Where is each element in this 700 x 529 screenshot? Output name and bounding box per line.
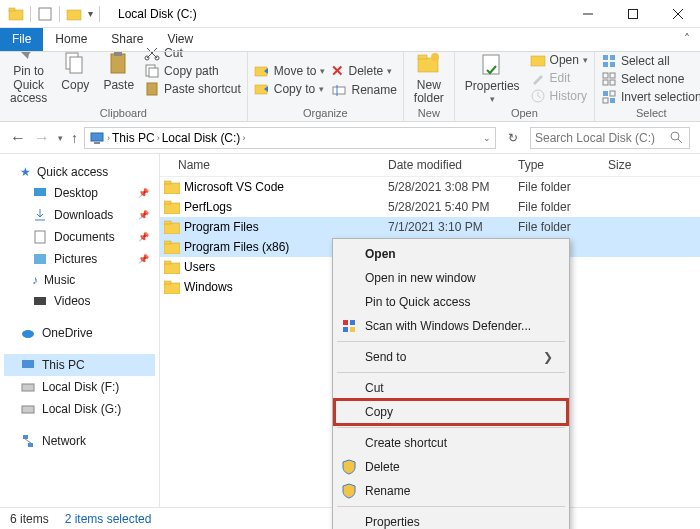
tab-share[interactable]: Share: [99, 28, 155, 51]
sidebar-videos[interactable]: Videos: [4, 290, 155, 312]
select-none-button[interactable]: Select none: [601, 71, 700, 87]
sidebar-disk-f[interactable]: Local Disk (F:): [4, 376, 155, 398]
shield-rename-icon: [341, 483, 357, 499]
select-all-button[interactable]: Select all: [601, 53, 700, 69]
pin-label: Pin to Quick access: [10, 65, 47, 105]
svg-point-23: [431, 53, 439, 61]
delete-icon: ✕: [331, 62, 344, 80]
cx-create-shortcut[interactable]: Create shortcut: [335, 431, 567, 455]
refresh-button[interactable]: ↻: [502, 131, 524, 145]
group-organize: Move to▾ Copy to▾ ✕Delete▾ Rename Organi…: [248, 52, 404, 121]
svg-rect-49: [22, 360, 34, 368]
file-date: 5/28/2021 5:40 PM: [388, 200, 518, 214]
paste-button[interactable]: Paste: [99, 51, 138, 92]
column-headers[interactable]: Name Date modified Type Size: [160, 154, 700, 177]
col-date[interactable]: Date modified: [388, 158, 518, 172]
file-name: Microsoft VS Code: [184, 180, 284, 194]
sidebar-onedrive[interactable]: OneDrive: [4, 322, 155, 344]
col-name[interactable]: Name: [178, 158, 388, 172]
delete-button[interactable]: ✕Delete▾: [331, 62, 396, 80]
cx-cut[interactable]: Cut: [335, 376, 567, 400]
properties-label: Properties: [465, 80, 520, 93]
sidebar-music[interactable]: ♪Music: [4, 270, 155, 290]
documents-icon: [32, 229, 48, 245]
sidebar-network[interactable]: Network: [4, 430, 155, 452]
maximize-button[interactable]: [610, 0, 655, 28]
close-button[interactable]: [655, 0, 700, 28]
sidebar-desktop[interactable]: Desktop📌: [4, 182, 155, 204]
status-item-count: 6 items: [10, 512, 49, 526]
breadcrumb[interactable]: › This PC › Local Disk (C:) › ⌄: [84, 127, 496, 149]
crumb-this-pc[interactable]: This PC: [112, 131, 155, 145]
edit-button[interactable]: Edit: [530, 70, 588, 86]
this-pc-icon: [20, 357, 36, 373]
crumb-current[interactable]: Local Disk (C:): [162, 131, 241, 145]
folder-icon: [164, 280, 180, 294]
cx-copy[interactable]: Copy: [335, 400, 567, 424]
minimize-button[interactable]: [565, 0, 610, 28]
col-size[interactable]: Size: [608, 158, 668, 172]
file-row[interactable]: PerfLogs5/28/2021 5:40 PMFile folder: [160, 197, 700, 217]
cx-open[interactable]: Open: [335, 242, 567, 266]
back-button[interactable]: ←: [10, 129, 26, 147]
rename-button[interactable]: Rename: [331, 82, 396, 98]
collapse-ribbon-icon[interactable]: ˄: [684, 32, 690, 46]
breadcrumb-dropdown[interactable]: ⌄: [483, 133, 491, 143]
properties-icon: [479, 52, 505, 78]
svg-rect-57: [164, 203, 180, 214]
svg-point-41: [671, 132, 679, 140]
file-row[interactable]: Microsoft VS Code5/28/2021 3:08 PMFile f…: [160, 177, 700, 197]
recent-dropdown[interactable]: ▾: [58, 133, 63, 143]
file-row[interactable]: Program Files7/1/2021 3:10 PMFile folder: [160, 217, 700, 237]
svg-rect-36: [610, 98, 615, 103]
open-icon: [530, 52, 546, 68]
up-button[interactable]: ↑: [71, 130, 78, 146]
move-to-button[interactable]: Move to▾: [254, 63, 326, 79]
rename-icon: [331, 82, 347, 98]
copy-path-button[interactable]: Copy path: [144, 63, 241, 79]
svg-rect-50: [22, 384, 34, 391]
cx-properties[interactable]: Properties: [335, 510, 567, 529]
open-button[interactable]: Open▾: [530, 52, 588, 68]
qat-folder-icon[interactable]: [66, 6, 82, 22]
cx-pin-quick-access[interactable]: Pin to Quick access: [335, 290, 567, 314]
sidebar-this-pc[interactable]: This PC: [4, 354, 155, 376]
qat-overflow[interactable]: ▾: [88, 8, 93, 19]
invert-selection-icon: [601, 89, 617, 105]
paste-shortcut-button[interactable]: Paste shortcut: [144, 81, 241, 97]
forward-button[interactable]: →: [34, 129, 50, 147]
sidebar-disk-g[interactable]: Local Disk (G:): [4, 398, 155, 420]
folder-icon: [164, 180, 180, 194]
new-folder-button[interactable]: New folder: [410, 51, 448, 105]
tab-home[interactable]: Home: [43, 28, 99, 51]
properties-button[interactable]: Properties▾: [461, 52, 524, 105]
search-box[interactable]: Search Local Disk (C:): [530, 127, 690, 149]
cx-open-new-window[interactable]: Open in new window: [335, 266, 567, 290]
copy-to-button[interactable]: Copy to▾: [254, 81, 326, 97]
search-icon: [669, 130, 685, 146]
cx-scan-defender[interactable]: Scan with Windows Defender...: [335, 314, 567, 338]
sidebar-documents[interactable]: Documents📌: [4, 226, 155, 248]
sidebar-pictures[interactable]: Pictures📌: [4, 248, 155, 270]
svg-rect-35: [603, 91, 608, 96]
cx-rename[interactable]: Rename: [335, 479, 567, 503]
cx-send-to[interactable]: Send to❯: [335, 345, 567, 369]
svg-point-48: [22, 330, 34, 338]
select-all-icon: [601, 53, 617, 69]
sidebar-quick-access[interactable]: ★Quick access: [4, 162, 155, 182]
sidebar-downloads[interactable]: Downloads📌: [4, 204, 155, 226]
copy-button[interactable]: Copy: [57, 51, 93, 92]
svg-rect-31: [603, 73, 608, 78]
tab-file[interactable]: File: [0, 28, 43, 51]
qat-properties-icon[interactable]: [37, 6, 53, 22]
group-open-label: Open: [511, 105, 538, 119]
tab-view[interactable]: View: [155, 28, 205, 51]
cx-delete[interactable]: Delete: [335, 455, 567, 479]
svg-rect-69: [343, 327, 348, 332]
col-type[interactable]: Type: [518, 158, 608, 172]
title-bar: ▾ Local Disk (C:): [0, 0, 700, 28]
group-clipboard-label: Clipboard: [100, 105, 147, 119]
file-date: 7/1/2021 3:10 PM: [388, 220, 518, 234]
history-button[interactable]: History: [530, 88, 588, 104]
invert-selection-button[interactable]: Invert selection: [601, 89, 700, 105]
